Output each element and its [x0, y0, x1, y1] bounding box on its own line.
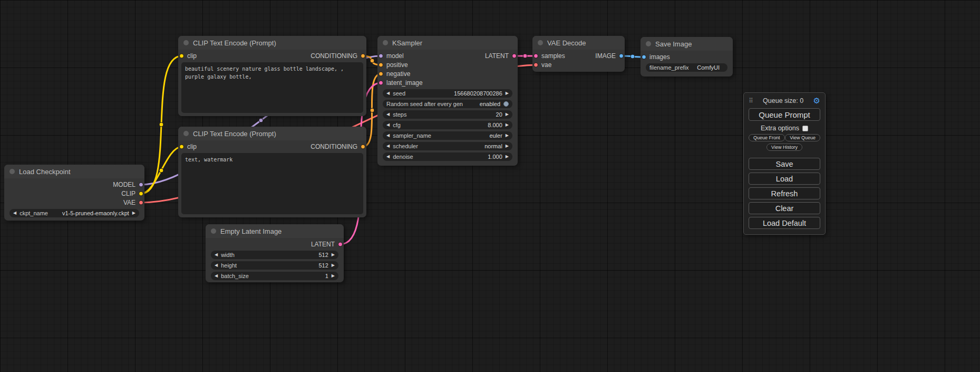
prompt-textarea[interactable]: beautiful scenery nature glass bottle la… [181, 62, 363, 113]
collapse-dot-icon[interactable] [183, 131, 189, 136]
vae-output-dot[interactable] [139, 200, 143, 205]
samples-input-dot[interactable] [533, 53, 538, 58]
node-title-bar[interactable]: Load Checkpoint [4, 165, 144, 178]
output-slot-vae[interactable]: VAE [4, 198, 144, 207]
width-widget[interactable]: ◀ width 512 ▶ [211, 251, 338, 259]
queue-prompt-button[interactable]: Queue Prompt [749, 108, 820, 121]
images-input-dot[interactable] [642, 54, 646, 59]
arrow-left-icon[interactable]: ◀ [215, 253, 218, 257]
arrow-right-icon[interactable]: ▶ [332, 263, 335, 268]
latent-output-dot[interactable] [512, 53, 517, 58]
image-output-dot[interactable] [619, 53, 624, 58]
model-output-dot[interactable] [139, 182, 143, 187]
random-seed-toggle-widget[interactable]: Random seed after every gen enabled [383, 100, 512, 108]
denoise-widget[interactable]: ◀ denoise 1.000 ▶ [383, 152, 512, 161]
height-widget[interactable]: ◀ height 512 ▶ [211, 261, 338, 270]
collapse-dot-icon[interactable] [646, 41, 651, 46]
clip-input-dot[interactable] [179, 144, 184, 149]
node-load-checkpoint[interactable]: Load Checkpoint MODEL CLIP VAE ◀ ckpt_na… [4, 165, 144, 221]
sampler-name-widget[interactable]: ◀ sampler_name euler ▶ [383, 131, 512, 140]
latent-input-dot[interactable] [379, 80, 383, 85]
output-slot-model[interactable]: MODEL [4, 180, 144, 189]
conditioning-input-dot[interactable] [379, 62, 383, 67]
conditioning-output-dot[interactable] [361, 53, 365, 58]
load-button[interactable]: Load [749, 173, 820, 185]
node-title-bar[interactable]: CLIP Text Encode (Prompt) [178, 36, 366, 50]
arrow-left-icon[interactable]: ◀ [215, 274, 218, 278]
node-title-bar[interactable]: CLIP Text Encode (Prompt) [178, 127, 366, 140]
output-slot-latent[interactable]: LATENT [206, 240, 344, 249]
latent-output-dot[interactable] [338, 242, 343, 246]
arrow-right-icon[interactable]: ▶ [506, 123, 509, 127]
arrow-left-icon[interactable]: ◀ [386, 144, 390, 148]
collapse-dot-icon[interactable] [211, 228, 216, 234]
input-slot-latent-image[interactable]: latent_image [377, 78, 518, 87]
node-empty-latent-image[interactable]: Empty Latent Image LATENT ◀ width 512 ▶ … [206, 224, 344, 282]
clip-input-dot[interactable] [179, 53, 184, 58]
arrow-right-icon[interactable]: ▶ [506, 133, 509, 138]
arrow-left-icon[interactable]: ◀ [386, 133, 390, 138]
arrow-left-icon[interactable]: ◀ [386, 123, 390, 127]
output-slot-conditioning[interactable]: CONDITIONING [311, 143, 357, 150]
node-save-image[interactable]: Save Image images filename_prefix ComfyU… [641, 37, 733, 77]
input-slot-clip[interactable]: clip [187, 143, 197, 150]
output-slot-conditioning[interactable]: CONDITIONING [311, 52, 357, 60]
node-ksampler[interactable]: KSampler model LATENT positive negative [377, 36, 518, 166]
node-vae-decode[interactable]: VAE Decode samples IMAGE vae [532, 36, 625, 72]
collapse-dot-icon[interactable] [383, 40, 388, 45]
node-clip-text-encode-negative[interactable]: CLIP Text Encode (Prompt) clip CONDITION… [178, 127, 366, 217]
seed-widget[interactable]: ◀ seed 156680208700286 ▶ [383, 89, 512, 98]
clear-button[interactable]: Clear [749, 202, 820, 214]
node-title-bar[interactable]: Save Image [641, 37, 733, 51]
arrow-left-icon[interactable]: ◀ [13, 211, 16, 215]
output-slot-clip[interactable]: CLIP [4, 189, 144, 198]
arrow-right-icon[interactable]: ▶ [506, 91, 509, 96]
arrow-right-icon[interactable]: ▶ [506, 155, 509, 159]
arrow-left-icon[interactable]: ◀ [386, 155, 390, 159]
ckpt-name-widget[interactable]: ◀ ckpt_name v1-5-pruned-emaonly.ckpt ▶ [9, 209, 139, 217]
arrow-right-icon[interactable]: ▶ [332, 253, 335, 257]
arrow-right-icon[interactable]: ▶ [506, 112, 509, 117]
conditioning-input-dot[interactable] [379, 71, 383, 76]
output-slot-image[interactable]: IMAGE [595, 52, 616, 60]
scheduler-widget[interactable]: ◀ scheduler normal ▶ [383, 142, 512, 150]
arrow-right-icon[interactable]: ▶ [132, 211, 135, 215]
collapse-dot-icon[interactable] [9, 169, 15, 174]
batch-size-widget[interactable]: ◀ batch_size 1 ▶ [211, 272, 338, 280]
arrow-right-icon[interactable]: ▶ [506, 144, 509, 148]
node-title-bar[interactable]: Empty Latent Image [206, 224, 344, 238]
save-button[interactable]: Save [749, 158, 820, 170]
collapse-dot-icon[interactable] [183, 40, 189, 45]
view-queue-button[interactable]: View Queue [785, 134, 820, 141]
queue-front-button[interactable]: Queue Front [749, 134, 785, 141]
model-input-dot[interactable] [379, 53, 383, 58]
node-clip-text-encode-positive[interactable]: CLIP Text Encode (Prompt) clip CONDITION… [178, 36, 366, 116]
drag-handle-icon[interactable]: ⠿ [749, 97, 753, 104]
node-title-bar[interactable]: VAE Decode [532, 36, 625, 50]
node-title-bar[interactable]: KSampler [377, 36, 518, 50]
input-slot-samples[interactable]: samples [541, 52, 565, 60]
extra-options-checkbox[interactable] [802, 126, 808, 131]
input-slot-positive[interactable]: positive [377, 60, 518, 69]
node-graph-canvas[interactable]: Load Checkpoint MODEL CLIP VAE ◀ ckpt_na… [0, 0, 980, 372]
input-slot-negative[interactable]: negative [377, 69, 518, 78]
collapse-dot-icon[interactable] [538, 40, 543, 45]
cfg-widget[interactable]: ◀ cfg 8.000 ▶ [383, 121, 512, 129]
steps-widget[interactable]: ◀ steps 20 ▶ [383, 110, 512, 119]
filename-prefix-widget[interactable]: filename_prefix ComfyUI [646, 63, 727, 72]
vae-input-dot[interactable] [533, 62, 538, 67]
input-slot-model[interactable]: model [386, 52, 404, 60]
input-slot-clip[interactable]: clip [187, 52, 197, 60]
refresh-button[interactable]: Refresh [749, 187, 820, 199]
output-slot-latent[interactable]: LATENT [485, 52, 509, 60]
conditioning-output-dot[interactable] [361, 144, 365, 149]
arrow-left-icon[interactable]: ◀ [386, 112, 390, 117]
arrow-left-icon[interactable]: ◀ [386, 91, 390, 96]
toggle-knob-icon[interactable] [503, 101, 509, 107]
input-slot-images[interactable]: images [641, 52, 733, 61]
prompt-textarea[interactable]: text, watermark [181, 153, 363, 214]
settings-gear-icon[interactable]: ⚙ [813, 97, 820, 105]
view-history-button[interactable]: View History [766, 144, 802, 151]
arrow-left-icon[interactable]: ◀ [215, 263, 218, 268]
clip-output-dot[interactable] [139, 191, 143, 196]
